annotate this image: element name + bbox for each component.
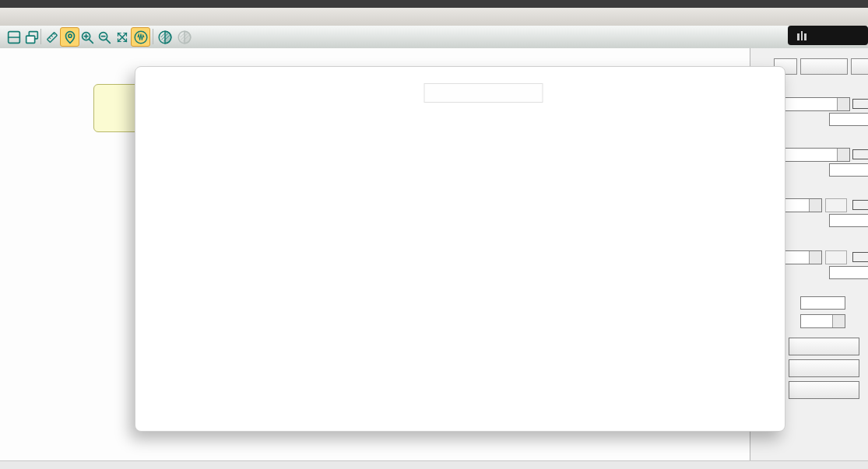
- layout-window-icon[interactable]: [22, 27, 41, 47]
- zoom-out-icon[interactable]: [94, 27, 114, 47]
- save-icon[interactable]: [4, 27, 23, 47]
- channel4-signal-select[interactable]: [782, 250, 822, 264]
- waveform-icon[interactable]: [131, 27, 150, 47]
- channel3-color-swatch[interactable]: [852, 200, 868, 210]
- contrast-disabled-icon: [174, 27, 194, 47]
- tab-torque-capture[interactable]: [851, 58, 868, 75]
- channel2-signal-select[interactable]: [782, 148, 850, 162]
- sample-count-input[interactable]: [800, 296, 845, 310]
- spectrum-charts: [135, 67, 785, 431]
- title-bar: [0, 8, 868, 26]
- window-top-strip: [0, 0, 868, 8]
- contrast-icon[interactable]: [155, 27, 174, 47]
- channel4-color-swatch[interactable]: [852, 252, 868, 262]
- meeting-bars-icon: [797, 31, 807, 40]
- window-bottom-strip: [0, 460, 868, 469]
- chevron-down-icon[interactable]: [809, 199, 821, 212]
- ruler-icon[interactable]: [42, 27, 61, 47]
- channel1-color-swatch[interactable]: [852, 99, 868, 109]
- channel4-scale-value[interactable]: [829, 266, 868, 279]
- channel1-signal-select[interactable]: [782, 97, 850, 111]
- trigger-condition-button[interactable]: [789, 338, 859, 355]
- tab-speed-capture[interactable]: [800, 58, 848, 75]
- app-window: [0, 0, 868, 469]
- toolbar-separator: [153, 29, 153, 44]
- expand-icon[interactable]: [112, 27, 132, 47]
- resonance-analysis-dialog: [135, 66, 785, 432]
- channel2-color-swatch[interactable]: [852, 149, 868, 159]
- continuous-sample-button[interactable]: [789, 381, 859, 399]
- chevron-down-icon[interactable]: [837, 149, 849, 161]
- channel2-scale-value[interactable]: [829, 163, 868, 177]
- meeting-status-badge[interactable]: [788, 26, 868, 45]
- toolbar-separator: [40, 29, 41, 44]
- single-sample-button[interactable]: [789, 359, 859, 377]
- sample-range-select[interactable]: [800, 314, 845, 328]
- di-button[interactable]: [825, 198, 847, 212]
- channel3-signal-select[interactable]: [782, 198, 822, 212]
- channel1-scale-value[interactable]: [829, 113, 868, 126]
- chevron-down-icon[interactable]: [832, 315, 845, 327]
- chevron-down-icon[interactable]: [809, 251, 821, 264]
- do-button[interactable]: [825, 250, 847, 264]
- toolbar: [0, 26, 868, 49]
- chevron-down-icon[interactable]: [837, 98, 849, 110]
- channel3-scale-value[interactable]: [829, 214, 868, 227]
